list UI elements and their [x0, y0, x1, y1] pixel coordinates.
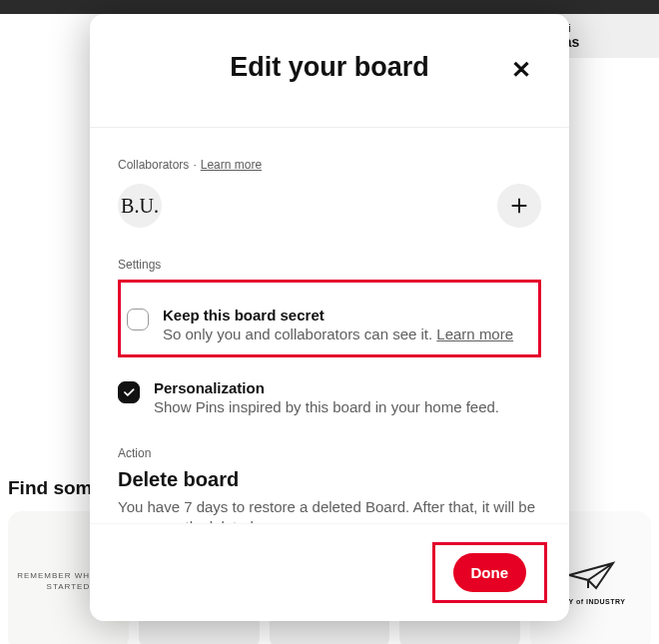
settings-label: Settings	[118, 258, 541, 272]
plus-icon	[508, 195, 530, 217]
input-bottom-edge	[130, 127, 529, 128]
action-label: Action	[118, 446, 541, 460]
separator: ·	[193, 158, 196, 172]
secret-desc: So only you and collaborators can see it…	[163, 324, 513, 344]
edit-board-modal: Edit your board ✕ Collaborators · Learn …	[90, 14, 569, 621]
collaborators-label: Collaborators	[118, 158, 189, 172]
collaborators-learn-more-link[interactable]: Learn more	[201, 158, 262, 172]
personalization-desc: Show Pins inspired by this board in your…	[154, 397, 499, 417]
done-highlight: Done	[432, 542, 548, 603]
delete-board-desc: You have 7 days to restore a deleted Boa…	[118, 497, 541, 524]
modal-header: Edit your board ✕	[90, 14, 569, 127]
add-collaborator-button[interactable]	[497, 184, 541, 228]
check-icon	[122, 385, 136, 399]
personalization-title: Personalization	[154, 379, 499, 396]
secret-setting-highlight: Keep this board secret So only you and c…	[118, 280, 541, 357]
delete-board-heading[interactable]: Delete board	[118, 468, 541, 491]
avatar[interactable]: B.U.	[118, 184, 162, 228]
secret-setting-row: Keep this board secret So only you and c…	[127, 307, 530, 344]
close-icon: ✕	[511, 56, 531, 84]
close-button[interactable]: ✕	[501, 50, 541, 90]
collaborators-row: B.U.	[118, 184, 541, 228]
modal-title: Edit your board	[114, 52, 545, 83]
secret-checkbox[interactable]	[127, 309, 149, 330]
modal-overlay: Edit your board ✕ Collaborators · Learn …	[0, 0, 659, 644]
secret-learn-more-link[interactable]: Learn more	[436, 325, 513, 342]
secret-title: Keep this board secret	[163, 307, 513, 323]
done-button[interactable]: Done	[453, 553, 527, 592]
modal-footer: Done	[90, 523, 569, 621]
secret-desc-text: So only you and collaborators can see it…	[163, 325, 436, 342]
personalization-checkbox[interactable]	[118, 381, 140, 403]
modal-body[interactable]: Collaborators · Learn more B.U. Settings…	[90, 127, 569, 523]
avatar-initials: B.U.	[121, 195, 159, 218]
personalization-setting-row: Personalization Show Pins inspired by th…	[118, 379, 541, 417]
collaborators-label-row: Collaborators · Learn more	[118, 158, 541, 172]
